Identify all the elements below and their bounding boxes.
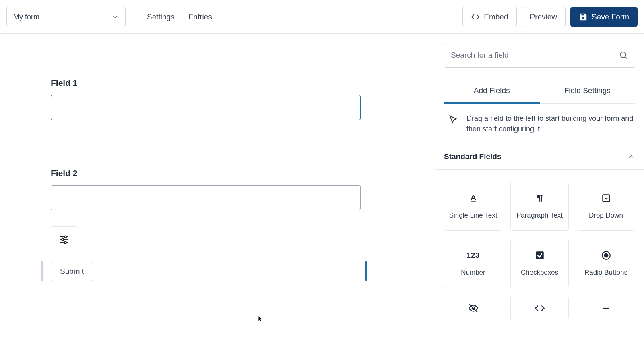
field-label: Field 2	[51, 168, 361, 178]
field-label: Field 1	[51, 78, 361, 88]
palette-paragraph-text[interactable]: Paragraph Text	[510, 182, 569, 231]
minus-icon	[601, 303, 611, 313]
palette-single-line-text[interactable]: Single Line Text	[444, 182, 502, 231]
palette-number[interactable]: 123 Number	[444, 239, 502, 288]
palette-label: Single Line Text	[449, 211, 497, 220]
field-input[interactable]	[51, 185, 361, 210]
nav-links: Settings Entries	[134, 12, 225, 21]
palette-label: Checkboxes	[521, 269, 559, 277]
palette-checkboxes[interactable]: Checkboxes	[510, 239, 569, 288]
field-search-input[interactable]	[451, 51, 619, 60]
form-canvas: Field 1 Field 2 Submit	[0, 34, 435, 348]
section-title: Standard Fields	[444, 152, 502, 161]
form-field[interactable]: Field 1	[51, 78, 361, 120]
paragraph-icon	[535, 193, 545, 203]
palette-label: Paragraph Text	[516, 211, 563, 220]
number-icon: 123	[468, 250, 479, 261]
palette-label: Number	[461, 269, 485, 277]
form-selector-label: My form	[13, 13, 39, 21]
tab-field-settings[interactable]: Field Settings	[540, 80, 636, 104]
save-icon	[579, 12, 588, 21]
embed-button-label: Embed	[484, 12, 508, 21]
sidebar: Add Fields Field Settings Drag a field t…	[435, 34, 644, 348]
embed-button[interactable]: Embed	[462, 7, 516, 27]
chevron-up-icon	[627, 153, 635, 161]
topbar-actions: Embed Preview Save Form	[462, 7, 638, 27]
svg-rect-0	[581, 14, 584, 16]
svg-point-1	[582, 17, 584, 19]
svg-line-9	[625, 57, 627, 59]
palette-drop-down[interactable]: Drop Down	[577, 182, 635, 231]
hint: Drag a field to the left to start buildi…	[435, 104, 644, 144]
main: Field 1 Field 2 Submit	[0, 34, 644, 348]
code-icon	[535, 303, 545, 313]
preview-button[interactable]: Preview	[522, 7, 566, 27]
preview-button-label: Preview	[530, 12, 557, 21]
palette-label: Drop Down	[589, 211, 623, 220]
radio-icon	[601, 250, 611, 261]
submit-button[interactable]: Submit	[51, 262, 93, 281]
svg-point-7	[64, 242, 66, 244]
svg-point-3	[64, 236, 66, 238]
nav-settings[interactable]: Settings	[147, 12, 175, 21]
submit-area: Submit	[51, 226, 361, 281]
save-button-label: Save Form	[592, 12, 629, 21]
palette-item-html[interactable]	[510, 296, 569, 320]
submit-button-label: Submit	[60, 267, 84, 276]
tab-add-fields[interactable]: Add Fields	[444, 80, 540, 104]
code-icon	[471, 12, 480, 21]
checkbox-icon	[535, 250, 545, 261]
field-input[interactable]	[51, 95, 361, 120]
svg-point-15	[604, 254, 608, 257]
eye-off-icon	[468, 303, 479, 313]
topbar: My form Settings Entries Embed Preview S…	[0, 0, 644, 34]
tab-label: Field Settings	[564, 86, 611, 95]
form-selector[interactable]: My form	[6, 7, 126, 27]
cursor-icon	[449, 115, 458, 124]
palette-radio-buttons[interactable]: Radio Buttons	[577, 239, 635, 288]
selection-handle-right[interactable]	[365, 261, 367, 281]
palette-item-section[interactable]	[577, 296, 635, 320]
svg-point-8	[620, 52, 626, 58]
field-search[interactable]	[444, 43, 635, 68]
palette-item-hidden[interactable]	[444, 296, 502, 320]
svg-rect-12	[603, 195, 609, 202]
field-palette: Single Line Text Paragraph Text Drop Dow…	[435, 170, 644, 320]
selection-handle-left[interactable]	[41, 261, 43, 281]
chevron-down-icon	[111, 13, 119, 21]
section-standard-fields[interactable]: Standard Fields	[435, 144, 644, 170]
save-button[interactable]: Save Form	[570, 7, 638, 27]
palette-label: Radio Buttons	[584, 269, 627, 277]
form-field[interactable]: Field 2	[51, 168, 361, 210]
sidebar-tabs: Add Fields Field Settings	[444, 80, 635, 104]
nav-entries[interactable]: Entries	[188, 12, 212, 21]
cursor-icon	[258, 316, 265, 323]
svg-point-5	[62, 239, 64, 241]
form-selector-wrap: My form	[6, 0, 134, 34]
svg-rect-13	[536, 251, 544, 259]
search-icon	[619, 50, 628, 60]
dropdown-icon	[601, 193, 611, 203]
submit-settings-button[interactable]	[51, 226, 77, 253]
text-underline-icon	[468, 193, 479, 203]
sliders-icon	[58, 234, 70, 245]
hint-text: Drag a field to the left to start buildi…	[466, 113, 635, 134]
tab-label: Add Fields	[474, 86, 510, 95]
